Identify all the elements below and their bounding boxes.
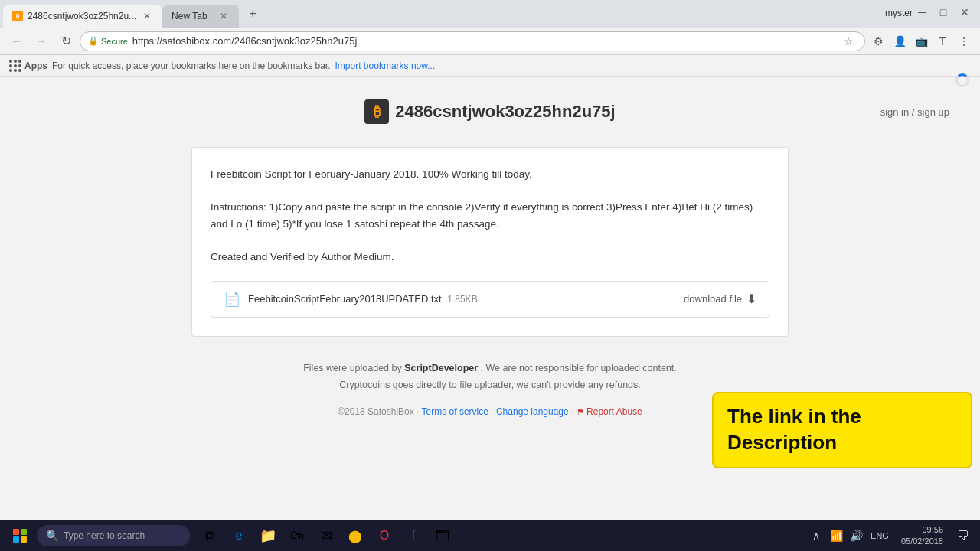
footer-upload-text: Files were uploaded by ScriptDeveloper .… [303, 360, 677, 394]
taskbar-extra[interactable]: 🗔 [429, 522, 456, 549]
file-name: FeebitcoinScriptFebruary2018UPDATED.txt … [248, 293, 676, 305]
taskbar-opera[interactable]: O [371, 522, 398, 549]
taskbar-edge[interactable]: e [225, 522, 253, 549]
forward-button[interactable]: → [31, 31, 52, 52]
close-button[interactable]: ✕ [956, 3, 974, 21]
apps-button[interactable]: Apps [9, 60, 47, 72]
tab-close-newtab[interactable]: ✕ [217, 10, 230, 22]
user-account-icon[interactable]: 👤 [890, 31, 910, 51]
site-header: ₿ 2486csntjwok3oz25hn2u75j sign in / sig… [0, 92, 980, 132]
browser-window: ₿ 2486csntjwok3oz25hn2u... ✕ New Tab ✕ +… [0, 0, 980, 520]
tab-active[interactable]: ₿ 2486csntjwok3oz25hn2u... ✕ [3, 5, 162, 28]
description-line-1: Freebitcoin Script for February-January … [211, 166, 769, 183]
tray-lang: ENG [867, 527, 892, 544]
bookmarks-bar: Apps For quick access, place your bookma… [0, 55, 980, 77]
uploader-name: ScriptDeveloper [404, 363, 478, 373]
taskbar: 🔍 Type here to search ⧉ e 📁 🛍 ✉ ⬤ O f 🗔 … [0, 520, 980, 551]
loading-spinner [956, 73, 969, 87]
tab-close-active[interactable]: ✕ [141, 10, 153, 22]
minimize-button[interactable]: ─ [913, 3, 931, 21]
notification-button[interactable]: 🗨 [952, 525, 974, 546]
tray-volume[interactable]: 🔊 [848, 527, 864, 544]
taskbar-search[interactable]: 🔍 Type here to search [37, 525, 190, 546]
site-title: 2486csntjwok3oz25hn2u75j [395, 102, 615, 122]
extensions-icon[interactable]: ⚙ [868, 31, 888, 51]
tab-title-newtab: New Tab [172, 11, 213, 21]
report-icon: ⚑ [577, 407, 584, 416]
taskbar-store[interactable]: 🛍 [283, 522, 311, 549]
cast-icon[interactable]: 📺 [911, 31, 931, 51]
tray-chevron[interactable]: ∧ [808, 527, 825, 544]
copyright-text: ©2018 SatoshiBox [338, 406, 414, 417]
footer-links: ©2018 SatoshiBox · Terms of service · Ch… [338, 406, 642, 417]
address-input[interactable]: 🔒 Secure https://satoshibox.com/2486csnt… [80, 31, 865, 51]
taskbar-app-icons: ⧉ e 📁 🛍 ✉ ⬤ O f 🗔 [196, 522, 456, 549]
apps-label: Apps [24, 60, 47, 71]
main-card: Freebitcoin Script for February-January … [191, 147, 789, 337]
report-abuse-link[interactable]: Report Abuse [586, 406, 642, 417]
user-label: myster [885, 8, 913, 18]
annotation-box: The link in the Description [712, 392, 972, 468]
taskbar-task-view[interactable]: ⧉ [196, 522, 224, 549]
tray-wifi[interactable]: 📶 [828, 527, 844, 544]
file-size: 1.85KB [447, 294, 477, 305]
download-button[interactable]: download file ⬇ [684, 292, 756, 306]
toolbar-icons: ⚙ 👤 📺 T ⋮ [868, 31, 974, 51]
file-document-icon: 📄 [224, 291, 240, 308]
tab-newtab[interactable]: New Tab ✕ [162, 5, 239, 28]
site-logo: ₿ 2486csntjwok3oz25hn2u75j [364, 99, 615, 124]
tab-title-active: 2486csntjwok3oz25hn2u... [28, 11, 136, 21]
reload-button[interactable]: ↻ [55, 31, 77, 52]
bitcoin-icon: ₿ [364, 99, 389, 124]
sign-in-link[interactable]: sign in / sign up [880, 106, 949, 118]
taskbar-mail[interactable]: ✉ [312, 522, 340, 549]
address-icons: ☆ [840, 33, 857, 50]
bookmark-star-icon[interactable]: ☆ [840, 33, 857, 50]
tray-area: ∧ 📶 🔊 ENG 09:56 05/02/2018 🗨 [808, 524, 974, 548]
windows-logo-icon [13, 529, 27, 543]
menu-icon[interactable]: ⋮ [954, 31, 974, 51]
new-tab-button[interactable]: + [242, 3, 263, 24]
tab-strip: ₿ 2486csntjwok3oz25hn2u... ✕ New Tab ✕ +… [0, 0, 980, 28]
back-button[interactable]: ← [6, 31, 28, 52]
taskbar-files[interactable]: 📁 [254, 522, 282, 549]
clock-time: 09:56 [901, 524, 943, 536]
description-line-3: Created and Verified by Author Medium. [211, 249, 769, 266]
description-line-2: Instructions: 1)Copy and paste the scrip… [211, 199, 769, 232]
clock-area[interactable]: 09:56 05/02/2018 [895, 524, 949, 548]
annotation-text: The link in the Description [727, 405, 861, 454]
url-text: https://satoshibox.com/2486csntjwok3oz25… [132, 35, 835, 47]
download-arrow-icon: ⬇ [746, 292, 756, 306]
tab-favicon-active: ₿ [12, 11, 23, 21]
search-placeholder: Type here to search [64, 530, 145, 541]
lock-icon: 🔒 [88, 36, 99, 46]
start-button[interactable] [6, 522, 34, 549]
file-row: 📄 FeebitcoinScriptFebruary2018UPDATED.tx… [211, 281, 769, 318]
search-icon: 🔍 [46, 530, 59, 542]
language-link[interactable]: Change language [496, 406, 569, 417]
window-controls: myster ─ □ ✕ [913, 3, 974, 21]
taskbar-facebook[interactable]: f [400, 522, 427, 549]
import-bookmarks-link[interactable]: Import bookmarks now... [335, 60, 436, 71]
translate-icon[interactable]: T [933, 31, 952, 51]
secure-badge: 🔒 Secure [88, 36, 128, 46]
description-text: Freebitcoin Script for February-January … [211, 166, 769, 266]
bookmarks-hint: For quick access, place your bookmarks h… [52, 60, 331, 71]
taskbar-chrome[interactable]: ⬤ [341, 522, 369, 549]
address-bar: ← → ↻ 🔒 Secure https://satoshibox.com/24… [0, 28, 980, 55]
apps-grid-icon [9, 60, 21, 72]
maximize-button[interactable]: □ [934, 3, 952, 21]
clock-date: 05/02/2018 [901, 536, 943, 547]
terms-link[interactable]: Terms of service [422, 406, 488, 417]
